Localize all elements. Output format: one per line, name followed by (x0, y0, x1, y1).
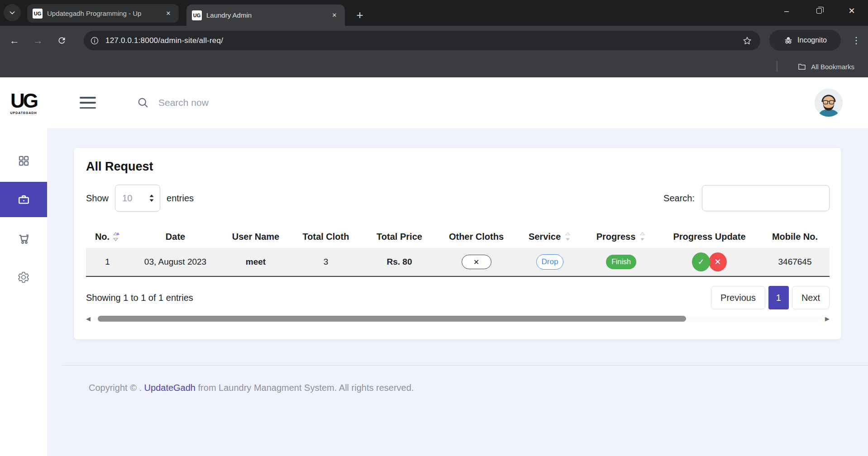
column-header-date[interactable]: Date (129, 225, 222, 248)
restore-button[interactable] (803, 0, 835, 22)
column-header-other-cloths[interactable]: Other Cloths (437, 225, 516, 248)
tab-updategadh[interactable]: UG Updategadh Programming - Up ✕ (27, 4, 179, 23)
header-search (137, 96, 815, 109)
minimize-button[interactable]: – (770, 0, 803, 22)
entries-select[interactable]: 10 (115, 185, 160, 212)
gear-icon (17, 271, 30, 284)
incognito-icon (783, 35, 793, 45)
new-tab-button[interactable]: + (352, 7, 367, 23)
sort-asc-active-icon (113, 232, 120, 242)
forward-button[interactable]: → (29, 32, 47, 50)
column-header-user-name[interactable]: User Name (222, 225, 290, 248)
reload-icon (57, 36, 67, 45)
scroll-left-arrow[interactable]: ◀ (86, 316, 91, 322)
window-controls: – ✕ (770, 0, 868, 22)
reject-button[interactable]: ✕ (709, 252, 727, 271)
hamburger-menu-icon[interactable] (80, 97, 96, 109)
entries-summary: Showing 1 to 1 of 1 entries (86, 293, 193, 303)
progress-finish-badge: Finish (606, 255, 636, 269)
entries-length-control: Show 10 entries (86, 185, 194, 212)
scrollbar-thumb[interactable] (98, 316, 686, 322)
tab-search-button[interactable] (4, 4, 21, 21)
footer-divider (62, 365, 868, 366)
cell-total-cloth: 3 (290, 248, 362, 276)
table-header-row: No. Date User Name Total Cl (86, 225, 830, 248)
bookmark-star-icon[interactable] (742, 36, 752, 46)
ug-favicon: UG (33, 9, 43, 19)
ug-favicon: UG (192, 10, 202, 20)
all-bookmarks-label: All Bookmarks (811, 63, 854, 71)
cell-user-name: meet (222, 248, 290, 276)
progress-update-buttons: ✓ ✕ (692, 252, 727, 271)
other-cloths-button[interactable]: ✕ (462, 255, 491, 269)
folder-icon (797, 62, 806, 71)
header-search-input[interactable] (158, 97, 385, 108)
current-page-button[interactable]: 1 (768, 286, 789, 309)
chevron-down-icon (9, 9, 16, 16)
bookmarks-bar: All Bookmarks (0, 55, 868, 77)
horizontal-scrollbar: ◀ ▶ (86, 315, 830, 322)
close-window-button[interactable]: ✕ (835, 0, 868, 22)
back-button[interactable]: ← (5, 32, 24, 50)
column-header-total-cloth[interactable]: Total Cloth (290, 225, 362, 248)
tab-close-icon[interactable]: ✕ (163, 9, 173, 19)
logo-text: UG (10, 91, 37, 111)
incognito-label: Incognito (797, 36, 827, 44)
cell-progress: Finish (584, 248, 658, 276)
cell-no: 1 (86, 248, 129, 276)
scrollbar-track[interactable] (93, 316, 822, 322)
table-info-row: Showing 1 to 1 of 1 entries Previous 1 N… (86, 286, 830, 309)
sort-icons (564, 232, 571, 242)
table-row: 1 03, August 2023 meet 3 Rs. 80 ✕ Drop F… (86, 248, 830, 277)
sort-icons (639, 232, 646, 242)
incognito-badge: Incognito (769, 30, 841, 51)
column-header-progress-update[interactable]: Progress Update (658, 225, 760, 248)
column-header-progress[interactable]: Progress (584, 225, 658, 248)
service-drop-button[interactable]: Drop (536, 254, 563, 270)
scroll-right-arrow[interactable]: ▶ (825, 316, 830, 322)
cell-total-price: Rs. 80 (362, 248, 437, 276)
column-header-no[interactable]: No. (86, 225, 129, 248)
next-page-button[interactable]: Next (792, 286, 830, 309)
search-icon (137, 96, 149, 109)
browser-menu-button[interactable]: ⋮ (847, 31, 865, 49)
tab-title: Laundry Admin (206, 11, 329, 19)
address-bar[interactable]: 127.0.0.1:8000/admin-site/all-req/ (84, 31, 760, 50)
site-logo[interactable]: UG UPDATEGADH (0, 91, 47, 114)
page-info-icon[interactable] (90, 36, 99, 45)
requests-table: No. Date User Name Total Cl (86, 225, 830, 277)
sidebar-item-orders[interactable] (0, 221, 47, 256)
all-request-card: All Request Show 10 entries Search: (74, 148, 841, 339)
column-header-service[interactable]: Service (516, 225, 584, 248)
approve-button[interactable]: ✓ (692, 252, 710, 271)
sidebar-item-requests[interactable] (0, 182, 47, 217)
reload-button[interactable] (52, 32, 71, 50)
tab-title: Updategadh Programming - Up (47, 10, 163, 17)
all-bookmarks-button[interactable]: All Bookmarks (793, 59, 859, 74)
show-label: Show (86, 193, 109, 204)
url-text: 127.0.0.1:8000/admin-site/all-req/ (105, 36, 742, 45)
previous-page-button[interactable]: Previous (711, 286, 765, 309)
column-header-total-price[interactable]: Total Price (362, 225, 437, 248)
tab-strip: UG Updategadh Programming - Up ✕ UG Laun… (0, 0, 868, 26)
sidebar-item-settings[interactable] (0, 260, 47, 295)
dashboard-grid-icon (18, 155, 30, 167)
table-search-control: Search: (663, 185, 830, 211)
tab-laundry-admin[interactable]: UG Laundry Admin ✕ (186, 5, 345, 26)
select-arrows-icon (149, 194, 154, 203)
cell-other-cloths: ✕ (437, 248, 516, 276)
page-title: All Request (86, 160, 830, 174)
table-search-input[interactable] (702, 185, 830, 211)
cell-mobile-no: 3467645 (760, 248, 830, 276)
browser-toolbar: ← → 127.0.0.1:8000/admin-site/all-req/ (0, 26, 868, 55)
updategadh-link[interactable]: UpdateGadh (144, 383, 196, 393)
briefcase-icon (17, 193, 30, 206)
column-header-mobile-no[interactable]: Mobile No. (760, 225, 830, 248)
user-avatar[interactable] (815, 89, 843, 117)
footer-copyright: Copyright © . UpdateGadh from Laundry Ma… (89, 383, 868, 393)
shopping-cart-icon (17, 232, 30, 245)
tab-close-icon[interactable]: ✕ (329, 10, 339, 20)
sidebar-item-dashboard[interactable] (0, 143, 47, 178)
app-body: All Request Show 10 entries Search: (0, 128, 868, 456)
sidebar (0, 128, 47, 456)
